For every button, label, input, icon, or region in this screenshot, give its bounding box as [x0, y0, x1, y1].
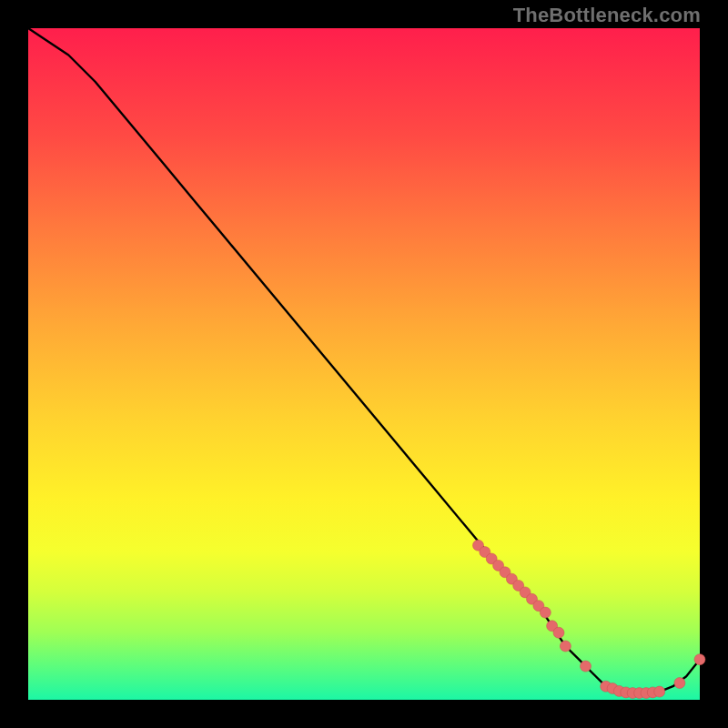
- highlight-markers: [473, 540, 706, 698]
- plot-area: [28, 28, 700, 700]
- chart-svg: [28, 28, 700, 700]
- marker-point: [540, 607, 551, 618]
- marker-point: [694, 654, 705, 665]
- marker-point: [674, 678, 685, 689]
- marker-point: [560, 641, 571, 652]
- chart-stage: TheBottleneck.com: [0, 0, 728, 728]
- marker-point: [553, 627, 564, 638]
- watermark-text: TheBottleneck.com: [513, 4, 701, 27]
- marker-point: [654, 686, 665, 697]
- marker-point: [581, 661, 592, 672]
- bottleneck-curve: [28, 28, 700, 693]
